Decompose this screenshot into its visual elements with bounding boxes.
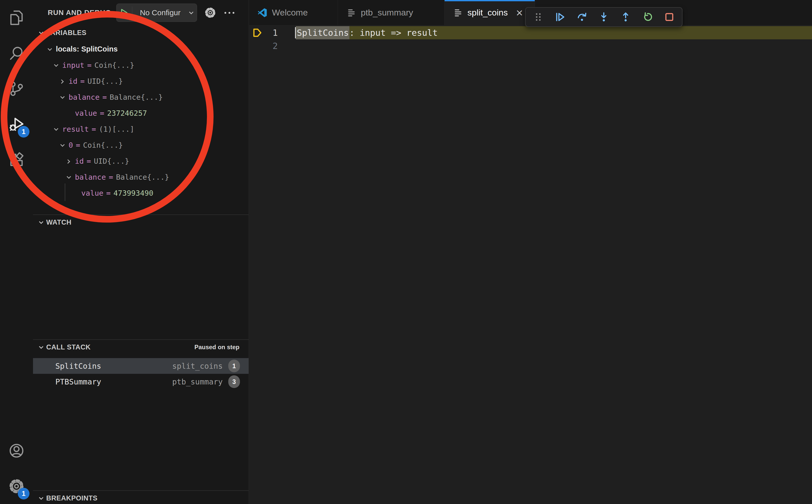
code-editor[interactable]: 1 SplitCoins: input => result 2: [249, 25, 812, 53]
step-over-button[interactable]: [576, 11, 588, 23]
breakpoints-label: BREAKPOINTS: [46, 494, 97, 502]
settings-count-badge: 1: [18, 488, 29, 499]
grip-dots-icon: [533, 11, 544, 23]
code-line-2[interactable]: 2: [249, 39, 812, 53]
tab-split-coins[interactable]: split_coins ×: [445, 0, 535, 25]
variable-name: result: [62, 125, 89, 133]
vscode-logo-icon: [258, 8, 267, 18]
paused-status-text: Paused on step: [194, 344, 239, 351]
restart-icon: [642, 11, 653, 23]
variable-value: Coin{...}: [94, 61, 134, 70]
start-debug-button[interactable]: [116, 7, 132, 19]
variables-tree: locals: SplitCoins input = Coin{...} id …: [33, 40, 248, 201]
tab-welcome[interactable]: Welcome: [249, 0, 338, 25]
line-number: 2: [273, 39, 278, 53]
variable-name: balance: [69, 93, 99, 102]
chevron-down-icon[interactable]: [64, 173, 73, 182]
twisty-placeholder: [64, 109, 73, 118]
gutter-line-2[interactable]: 2: [249, 39, 291, 53]
continue-icon: [554, 11, 566, 23]
equals-sign: =: [76, 141, 80, 149]
code-text: SplitCoins: input => result: [296, 26, 438, 39]
more-actions-button[interactable]: [222, 8, 237, 18]
variable-value: (1)[...]: [99, 125, 134, 133]
variables-section-header[interactable]: VARIABLES: [33, 25, 248, 40]
equals-sign: =: [92, 125, 96, 133]
gear-icon: [204, 7, 216, 19]
chevron-down-icon[interactable]: [45, 45, 54, 54]
variable-row-0[interactable]: 0 = Coin{...}: [33, 137, 248, 153]
watch-section-header[interactable]: WATCH: [33, 215, 248, 230]
variable-name: value: [81, 189, 103, 197]
variable-value: UID{...}: [87, 77, 123, 86]
continue-button[interactable]: [554, 11, 566, 23]
play-icon: [120, 9, 128, 17]
debug-toolbar: [525, 7, 683, 27]
chevron-down-icon[interactable]: [57, 93, 66, 102]
variable-name: id: [69, 77, 77, 86]
activity-explorer[interactable]: [0, 0, 33, 36]
chevron-down-icon[interactable]: [51, 61, 60, 70]
chevron-down-icon[interactable]: [51, 125, 60, 134]
variable-row-balance[interactable]: balance = Balance{...}: [33, 89, 248, 105]
indent-guide: [65, 183, 65, 201]
sidebar-pane-header: RUN AND DEBUG No Configur: [33, 0, 248, 25]
activity-account[interactable]: [0, 433, 33, 468]
variable-value: 473993490: [113, 189, 153, 197]
code-rest: : input => result: [349, 28, 438, 38]
twisty-placeholder: [70, 189, 79, 198]
frame-name: SplitCoins: [55, 362, 101, 371]
activity-settings[interactable]: 1: [0, 468, 33, 504]
activity-search[interactable]: [0, 36, 33, 71]
code-line-1[interactable]: 1 SplitCoins: input => result: [249, 26, 812, 39]
scope-row-locals[interactable]: locals: SplitCoins: [33, 41, 248, 57]
variable-row-balance2[interactable]: balance = Balance{...}: [33, 169, 248, 185]
restart-button[interactable]: [641, 11, 654, 23]
stack-frame-row[interactable]: SplitCoins split_coins 1: [33, 358, 248, 374]
variable-row-input[interactable]: input = Coin{...}: [33, 57, 248, 73]
chevron-down-icon: [39, 495, 43, 500]
variable-row-id2[interactable]: id = UID{...}: [33, 153, 248, 169]
equals-sign: =: [100, 109, 104, 117]
close-icon[interactable]: ×: [515, 8, 524, 17]
breakpoints-section-header[interactable]: BREAKPOINTS: [33, 491, 248, 504]
step-into-button[interactable]: [598, 11, 610, 23]
chevron-down-icon[interactable]: [57, 141, 66, 150]
activity-source-control[interactable]: [0, 71, 33, 107]
editor-zone: Welcome ptb_summary: [249, 0, 812, 504]
git-branch-icon: [8, 80, 25, 97]
stack-frame-row[interactable]: PTBSummary ptb_summary 3: [33, 374, 248, 390]
step-out-button[interactable]: [620, 11, 632, 23]
activity-run-and-debug[interactable]: 1: [0, 107, 33, 142]
activity-extensions[interactable]: [0, 142, 33, 178]
equals-sign: =: [106, 189, 110, 197]
launch-config-dropdown[interactable]: No Configur: [116, 4, 197, 22]
stop-button[interactable]: [663, 11, 675, 23]
chevron-right-icon[interactable]: [57, 77, 66, 86]
focused-frame-token: SplitCoins: [296, 26, 349, 39]
file-lines-icon: [453, 8, 463, 18]
variable-row-result[interactable]: result = (1)[...]: [33, 121, 248, 137]
gutter-line-1[interactable]: 1: [249, 26, 291, 39]
variables-label: VARIABLES: [46, 29, 87, 37]
variables-section: VARIABLES locals: SplitCoins input = Coi…: [33, 25, 248, 214]
config-dropdown-label: No Configur: [132, 8, 188, 17]
equals-sign: =: [102, 93, 107, 102]
variable-row-id[interactable]: id = UID{...}: [33, 73, 248, 89]
watch-section: WATCH: [33, 214, 248, 339]
text-cursor: [295, 27, 296, 38]
chevron-right-icon[interactable]: [64, 157, 73, 166]
stop-icon: [664, 11, 675, 23]
variable-name: input: [62, 61, 84, 70]
call-stack-section-header[interactable]: CALL STACK Paused on step: [33, 340, 248, 355]
toolbar-drag-handle[interactable]: [532, 11, 544, 23]
chevron-down-icon: [39, 220, 43, 224]
tab-ptb-summary[interactable]: ptb_summary: [338, 0, 445, 25]
variable-row-value2[interactable]: value = 473993490: [33, 185, 248, 201]
variable-name: 0: [69, 141, 73, 149]
frame-source: split_coins: [172, 362, 223, 371]
frame-line-badge: 3: [228, 375, 240, 388]
debug-settings-gear-button[interactable]: [203, 6, 217, 20]
call-stack-label: CALL STACK: [46, 343, 91, 351]
variable-row-value[interactable]: value = 237246257: [33, 105, 248, 121]
